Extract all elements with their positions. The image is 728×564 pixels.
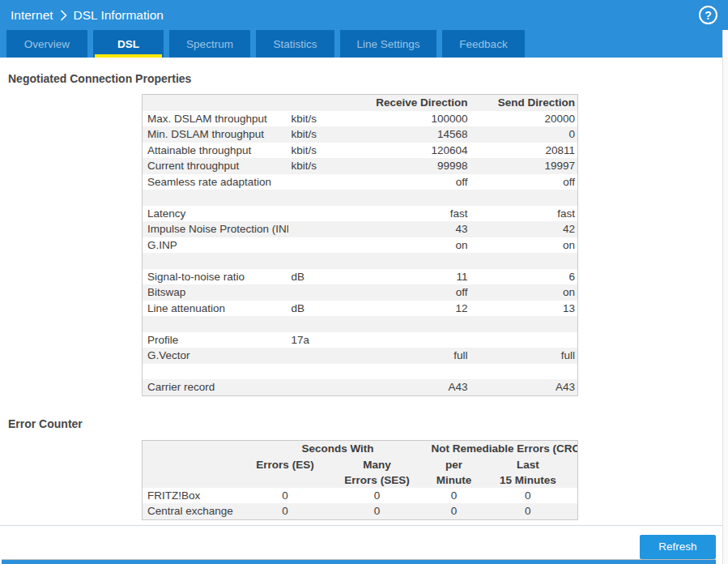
cell-receive: fast bbox=[361, 206, 470, 222]
cell-unit: dB bbox=[288, 269, 361, 285]
cell-unit bbox=[288, 237, 361, 254]
cell-receive: 120604 bbox=[361, 143, 470, 159]
cell-name: Line attenuation bbox=[143, 301, 288, 317]
breadcrumb-page-title: DSL Information bbox=[74, 8, 164, 23]
cell-unit bbox=[288, 221, 361, 237]
table-row: Signal-to-noise ratio dB 11 6 bbox=[143, 269, 578, 285]
tab-bar: Overview DSL Spectrum Statistics Line Se… bbox=[0, 30, 728, 58]
content-area: Negotiated Connection Properties Receive… bbox=[0, 58, 728, 560]
cell-send: 0 bbox=[470, 126, 578, 143]
breadcrumb-internet[interactable]: Internet bbox=[11, 8, 53, 23]
cell-receive: 100000 bbox=[361, 111, 470, 127]
cell-receive: off bbox=[361, 174, 470, 190]
cell-unit: 17a bbox=[288, 332, 361, 348]
header-empty bbox=[288, 95, 361, 111]
column-header-pm-line1: per bbox=[432, 457, 477, 472]
button-row: Refresh bbox=[0, 525, 728, 560]
column-header-receive: Receive Direction bbox=[361, 95, 470, 111]
tab-dsl[interactable]: DSL bbox=[93, 30, 164, 58]
group-header-seconds-with: Seconds With bbox=[246, 440, 430, 457]
cell-unit bbox=[288, 174, 361, 190]
cell-es: 0 bbox=[246, 503, 325, 519]
section-title-error-counter: Error Counter bbox=[0, 396, 728, 429]
cell-last-15: 0 bbox=[479, 503, 578, 519]
cell-receive: 12 bbox=[361, 301, 470, 317]
help-button[interactable]: ? bbox=[699, 6, 717, 24]
column-header-send: Send Direction bbox=[470, 95, 578, 111]
cell-per-minute: 0 bbox=[430, 503, 479, 519]
connection-properties-table: Receive Direction Send Direction Max. DS… bbox=[142, 94, 578, 396]
footer-strip bbox=[2, 559, 716, 564]
cell-unit: kbit/s bbox=[288, 143, 361, 159]
cell-unit: kbit/s bbox=[288, 126, 361, 143]
header-empty bbox=[143, 95, 288, 111]
cell-receive: on bbox=[361, 237, 470, 254]
breadcrumb: Internet DSL Information bbox=[11, 8, 164, 23]
table-row: Seamless rate adaptation off off bbox=[143, 174, 578, 190]
refresh-button[interactable]: Refresh bbox=[640, 535, 716, 559]
table-row: Attainable throughput kbit/s 120604 2081… bbox=[143, 143, 578, 159]
tab-line-settings[interactable]: Line Settings bbox=[340, 30, 436, 58]
cell-name: Max. DSLAM throughput bbox=[143, 111, 288, 127]
cell-name: Signal-to-noise ratio bbox=[143, 269, 288, 285]
cell-send: 20811 bbox=[470, 143, 578, 159]
cell-send: 6 bbox=[470, 269, 578, 285]
table-row: Line attenuation dB 12 13 bbox=[143, 301, 578, 317]
column-header-ses-line2: Errors (SES) bbox=[326, 472, 428, 488]
cell-receive: full bbox=[361, 348, 470, 364]
cell-name: Profile bbox=[143, 332, 288, 348]
tab-overview[interactable]: Overview bbox=[6, 30, 87, 58]
cell-send: 42 bbox=[470, 221, 578, 237]
spacer-row bbox=[143, 316, 578, 332]
cell-send: A43 bbox=[470, 379, 578, 395]
cell-name: Impulse Noise Protection (INP) bbox=[143, 221, 288, 237]
table-row: Impulse Noise Protection (INP) 43 42 bbox=[143, 221, 578, 237]
cell-unit bbox=[288, 379, 361, 395]
table-row: Current throughput kbit/s 99998 19997 bbox=[143, 158, 578, 174]
header-empty bbox=[143, 440, 246, 457]
page-right-gutter bbox=[722, 30, 728, 564]
cell-name: Bitswap bbox=[143, 284, 288, 301]
cell-unit: kbit/s bbox=[288, 158, 361, 174]
table-row: Central exchange 0 0 0 0 bbox=[143, 503, 578, 519]
cell-name: G.INP bbox=[143, 237, 288, 254]
column-header-es: Errors (ES) bbox=[246, 457, 325, 488]
cell-name: FRITZ!Box bbox=[143, 488, 246, 504]
chevron-right-icon bbox=[60, 10, 67, 21]
cell-ses: 0 bbox=[325, 488, 430, 504]
table-row: G.INP on on bbox=[143, 237, 578, 254]
tab-statistics[interactable]: Statistics bbox=[256, 30, 334, 58]
top-bar: Internet DSL Information ? bbox=[0, 0, 728, 30]
table-row: Carrier record A43 A43 bbox=[143, 379, 578, 395]
cell-ses: 0 bbox=[325, 503, 430, 519]
cell-name: Central exchange bbox=[143, 503, 246, 519]
table-row: Min. DSLAM throughput kbit/s 14568 0 bbox=[143, 126, 578, 143]
column-header-es-label: Errors (ES) bbox=[248, 457, 323, 472]
cell-send: 19997 bbox=[470, 158, 578, 174]
cell-send: fast bbox=[470, 206, 578, 222]
table-row: G.Vector full full bbox=[143, 348, 578, 364]
table-subheader-row: Errors (ES) Many Errors (SES) per Minute… bbox=[143, 457, 578, 488]
table-row: Profile 17a bbox=[143, 332, 578, 348]
cell-receive: A43 bbox=[361, 379, 470, 395]
cell-name: Current throughput bbox=[143, 158, 288, 174]
column-header-ses: Many Errors (SES) bbox=[325, 457, 430, 488]
dsl-information-page: Internet DSL Information ? Overview DSL … bbox=[0, 0, 728, 564]
table-row: FRITZ!Box 0 0 0 0 bbox=[143, 488, 578, 504]
cell-receive: off bbox=[361, 284, 470, 301]
cell-name: Seamless rate adaptation bbox=[143, 174, 288, 190]
cell-unit bbox=[288, 206, 361, 222]
cell-receive: 11 bbox=[361, 269, 470, 285]
cell-receive: 99998 bbox=[361, 158, 470, 174]
cell-name: Min. DSLAM throughput bbox=[143, 126, 288, 143]
cell-send: 13 bbox=[470, 301, 578, 317]
cell-receive: 14568 bbox=[361, 126, 470, 143]
spacer-row bbox=[143, 364, 578, 380]
spacer-row bbox=[143, 253, 578, 269]
tab-spectrum[interactable]: Spectrum bbox=[169, 30, 250, 58]
cell-name: Latency bbox=[143, 206, 288, 222]
group-header-crc: Not Remediable Errors (CRC) bbox=[430, 440, 578, 457]
tab-feedback[interactable]: Feedback bbox=[442, 30, 525, 58]
section-title-connection: Negotiated Connection Properties bbox=[0, 58, 728, 84]
cell-per-minute: 0 bbox=[430, 488, 479, 504]
